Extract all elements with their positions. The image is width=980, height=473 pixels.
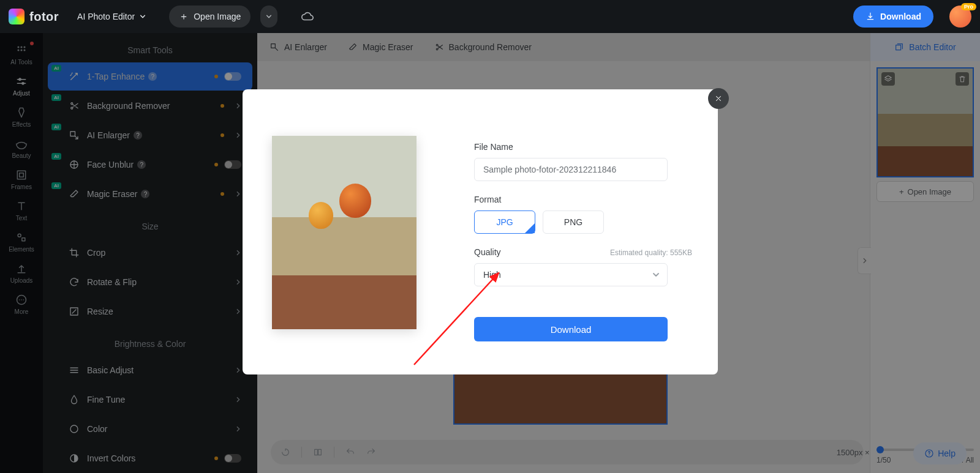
download-form: File Name Format JPG PNG Quality Estimat… bbox=[474, 110, 692, 356]
plus-icon: ＋ bbox=[179, 12, 189, 21]
open-image-button[interactable]: ＋ Open Image bbox=[169, 6, 251, 28]
cloud-icon[interactable] bbox=[301, 10, 314, 23]
download-icon bbox=[865, 12, 875, 21]
download-label: Download bbox=[880, 12, 921, 21]
chevron-down-icon bbox=[266, 13, 272, 20]
png-label: PNG bbox=[564, 217, 582, 227]
file-name-label: File Name bbox=[474, 142, 692, 152]
app-header: fotor AI Photo Editor ＋ Open Image Downl… bbox=[0, 0, 980, 33]
balloon-icon bbox=[339, 184, 371, 218]
modal-download-button[interactable]: Download bbox=[474, 317, 668, 341]
quality-label: Quality bbox=[474, 247, 501, 257]
download-button[interactable]: Download bbox=[853, 6, 933, 28]
file-name-input[interactable] bbox=[474, 158, 668, 181]
chevron-down-icon bbox=[140, 13, 146, 20]
format-png-option[interactable]: PNG bbox=[543, 210, 604, 234]
estimated-quality: Estimated quality: 555KB bbox=[610, 248, 692, 257]
download-modal: File Name Format JPG PNG Quality Estimat… bbox=[243, 89, 718, 374]
jpg-label: JPG bbox=[496, 217, 513, 227]
brand-text: fotor bbox=[29, 10, 59, 24]
download-label: Download bbox=[551, 324, 592, 335]
mode-label: AI Photo Editor bbox=[77, 12, 135, 21]
open-image-dropdown[interactable] bbox=[260, 6, 277, 28]
brand-mark-icon bbox=[9, 9, 24, 24]
balloon-icon bbox=[309, 202, 333, 229]
chevron-down-icon bbox=[652, 271, 660, 278]
quality-select[interactable]: High bbox=[474, 263, 668, 286]
close-button[interactable] bbox=[708, 88, 729, 109]
quality-value: High bbox=[483, 270, 501, 280]
format-label: Format bbox=[474, 195, 692, 204]
mode-dropdown[interactable]: AI Photo Editor bbox=[77, 12, 146, 21]
open-image-label: Open Image bbox=[194, 12, 241, 21]
preview-image bbox=[272, 136, 417, 329]
brand-logo[interactable]: fotor bbox=[9, 9, 59, 24]
format-jpg-option[interactable]: JPG bbox=[474, 210, 535, 234]
user-avatar[interactable]: Pro bbox=[949, 6, 971, 28]
close-icon bbox=[714, 94, 723, 103]
pro-badge: Pro bbox=[961, 3, 976, 10]
